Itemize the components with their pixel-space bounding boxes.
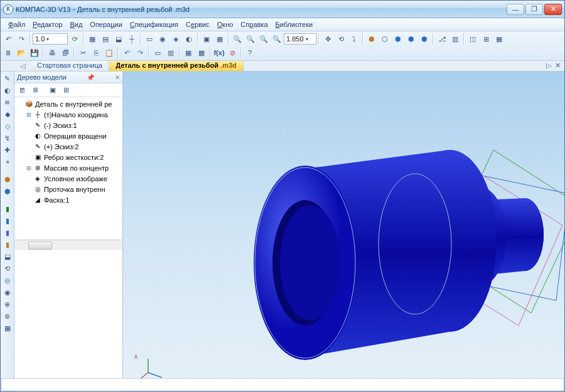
maximize-button[interactable]: ❐: [525, 4, 543, 15]
new-doc-icon[interactable]: 🗎: [2, 46, 14, 59]
tb-g[interactable]: ⎇: [436, 33, 448, 45]
ls-q[interactable]: ◉: [2, 287, 13, 298]
print-icon[interactable]: 🖶: [46, 46, 58, 59]
open-icon[interactable]: 📂: [15, 46, 28, 59]
ls-g[interactable]: ⌖: [2, 156, 13, 167]
ls-l[interactable]: ▮: [2, 227, 13, 238]
stop-icon[interactable]: ⊘: [226, 46, 239, 59]
ls-k[interactable]: ▮: [2, 215, 13, 226]
preview-icon[interactable]: 🗐: [59, 46, 72, 59]
redo-icon[interactable]: ↷: [134, 46, 146, 59]
tb2-c[interactable]: ▦: [182, 46, 195, 59]
tb-k[interactable]: ▦: [493, 33, 505, 45]
tab-close-icon[interactable]: ✕: [555, 61, 561, 70]
pt-a[interactable]: 🖹: [16, 84, 28, 97]
layers-icon[interactable]: ▤: [99, 33, 112, 45]
help-icon[interactable]: ?: [244, 46, 256, 59]
ls-t[interactable]: ▦: [2, 322, 13, 334]
undo-icon[interactable]: ↶: [121, 46, 133, 59]
tree-node[interactable]: ◎Проточка внутренн: [14, 184, 122, 194]
orient-icon[interactable]: ⬓: [112, 33, 125, 45]
ls-c[interactable]: ◆: [2, 109, 13, 120]
menu-file[interactable]: Файл: [4, 19, 29, 29]
ls-o[interactable]: ⟲: [2, 263, 13, 274]
nav-fwd-button[interactable]: ↷: [15, 33, 28, 45]
grid-icon[interactable]: ▦: [86, 33, 99, 45]
tb-e[interactable]: ▣: [200, 33, 213, 45]
tab-start-page[interactable]: Стартовая страница: [31, 61, 109, 71]
view-shade2-icon[interactable]: ⬢: [418, 33, 431, 45]
menu-view[interactable]: Вид: [66, 19, 86, 29]
tb-f[interactable]: ▦: [213, 33, 226, 45]
ls-d[interactable]: ◇: [2, 120, 13, 132]
menu-spec[interactable]: Спецификация: [126, 19, 182, 29]
ls-f[interactable]: ✚: [2, 144, 13, 156]
ls-e[interactable]: ↯: [2, 132, 13, 144]
ls-h[interactable]: ⬢: [2, 174, 13, 185]
menu-libraries[interactable]: Библиотеки: [272, 19, 317, 29]
tab-document[interactable]: Деталь с внутренней резьбой .m3d: [109, 61, 244, 71]
ls-a[interactable]: ◐: [2, 85, 13, 96]
panel-close-icon[interactable]: ✕: [115, 74, 120, 81]
close-button[interactable]: ✕: [544, 4, 562, 15]
orbit-icon[interactable]: ⤵: [348, 33, 360, 45]
minimize-button[interactable]: —: [507, 4, 524, 15]
cut-icon[interactable]: ✂: [77, 46, 89, 59]
3d-viewport[interactable]: x z: [123, 72, 564, 392]
tree-node[interactable]: ⊞⊛Массив по концентр: [14, 162, 122, 173]
zoom-window-icon[interactable]: 🔍: [231, 33, 244, 45]
pt-c[interactable]: ▣: [46, 84, 59, 97]
tb2-b[interactable]: ▥: [164, 46, 177, 59]
zoom-combo[interactable]: 1.850▾: [284, 33, 316, 45]
menu-operations[interactable]: Операции: [86, 19, 126, 29]
tab-nav-left-icon[interactable]: ◁: [14, 61, 31, 71]
nav-back-button[interactable]: ↶: [2, 33, 14, 45]
menu-help[interactable]: Справка: [237, 19, 271, 29]
tree-hscroll[interactable]: [14, 240, 122, 250]
tb-i[interactable]: ◫: [466, 33, 479, 45]
tree-node[interactable]: 📦Деталь с внутренней ре: [14, 98, 122, 109]
menu-window[interactable]: Окно: [213, 19, 237, 29]
ls-sketch-icon[interactable]: ✎: [2, 73, 13, 84]
tree-node[interactable]: ◢Фаска:1: [14, 194, 122, 205]
ls-p[interactable]: ◎: [2, 275, 13, 286]
ls-r[interactable]: ⊕: [2, 299, 13, 310]
ls-m[interactable]: ▮: [2, 239, 13, 250]
pt-b[interactable]: ≣: [29, 84, 41, 97]
tb-h[interactable]: ▥: [449, 33, 461, 45]
view-iso-icon[interactable]: ⬢: [365, 33, 378, 45]
tb-c[interactable]: ◈: [170, 33, 182, 45]
tb2-d[interactable]: ▩: [195, 46, 208, 59]
tree-node[interactable]: ⊞┼(т)Начало координа: [14, 109, 122, 120]
zoom-in-icon[interactable]: 🔍: [244, 33, 257, 45]
menu-edit[interactable]: Редактор: [29, 19, 66, 29]
rotate-icon[interactable]: ⟲: [335, 33, 347, 45]
view-wire-icon[interactable]: ⬡: [379, 33, 391, 45]
tree-node[interactable]: ◈Условное изображе: [14, 173, 122, 184]
tab-nav-right-icon[interactable]: ▷: [546, 61, 551, 70]
tree-node[interactable]: ▣Ребро жесткости:2: [14, 152, 122, 162]
axes-icon[interactable]: ┼: [126, 33, 138, 45]
tree-node[interactable]: ◐Операция вращени: [14, 130, 122, 141]
scale-combo[interactable]: 1.0▾: [33, 33, 68, 45]
pan-icon[interactable]: ✥: [321, 33, 334, 45]
copy-icon[interactable]: ⎘: [90, 46, 102, 59]
fx-icon[interactable]: f(x): [213, 46, 225, 59]
zoom-fit-icon[interactable]: 🔍: [271, 33, 283, 45]
refresh-icon[interactable]: ⟳: [68, 33, 81, 45]
panel-pin-icon[interactable]: 📌: [87, 74, 94, 81]
save-icon[interactable]: 💾: [28, 46, 41, 59]
ls-i[interactable]: ⬢: [2, 186, 13, 197]
ls-b[interactable]: ≋: [2, 97, 13, 108]
tb-b[interactable]: ◉: [156, 33, 169, 45]
tb-j[interactable]: ⊞: [480, 33, 492, 45]
ls-s[interactable]: ⊛: [2, 310, 13, 322]
paste-icon[interactable]: 📋: [103, 46, 116, 59]
ls-j[interactable]: ▮: [2, 203, 13, 215]
pt-d[interactable]: ⊞: [60, 84, 72, 97]
menu-service[interactable]: Сервис: [182, 19, 213, 29]
view-shade-icon[interactable]: ⬢: [405, 33, 417, 45]
tree-node[interactable]: ✎(+) Эскиз:2: [14, 141, 122, 152]
tb2-a[interactable]: ▭: [151, 46, 164, 59]
tree-node[interactable]: ✎(-) Эскиз:1: [14, 120, 122, 130]
